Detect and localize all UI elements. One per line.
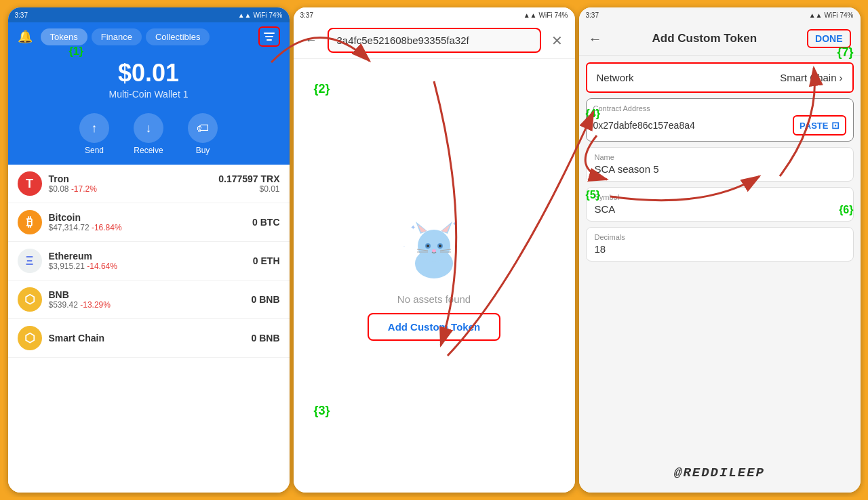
name-input[interactable] <box>595 163 845 175</box>
wallet-name: Multi-Coin Wallet 1 <box>18 89 280 100</box>
decimals-label: Decimals <box>595 233 845 241</box>
receive-button[interactable]: ↓ Receive <box>134 113 163 155</box>
no-assets-text: No assets found <box>397 293 471 305</box>
step-4-label: {4} <box>586 108 600 120</box>
step-7-label: {7} <box>837 45 853 60</box>
custom-token-header: ← Add Custom Token DONE <box>579 22 861 56</box>
no-assets-body: ✦ ✦ · No assets found Add Custom Token <box>294 59 575 493</box>
tab-finance[interactable]: Finance <box>92 28 142 45</box>
name-field[interactable]: Name <box>586 147 854 182</box>
send-button[interactable]: ↑ Send <box>79 113 109 155</box>
step-6-label: {6} <box>839 204 853 216</box>
tron-icon: T <box>18 171 42 196</box>
custom-token-body: Network Smart Chain › Contract Address P… <box>579 56 861 493</box>
status-bar-3: 3:37 ▲▲ WiFi 74% <box>579 7 861 22</box>
status-bar-2: 3:37 ▲▲ WiFi 74% <box>294 7 575 22</box>
bnb-icon: ⬡ <box>18 287 42 312</box>
svg-point-13 <box>432 249 436 252</box>
time-label: 3:37 <box>15 12 28 19</box>
step-1-label: {1} <box>69 45 83 58</box>
token-item-tron[interactable]: T Tron $0.08 -17.2% 0.177597 TRX $0.01 <box>8 165 290 203</box>
decimals-input[interactable] <box>595 243 845 255</box>
watermark: @REDDILEEP <box>579 465 861 480</box>
token-list: T Tron $0.08 -17.2% 0.177597 TRX $0.01 ₿… <box>8 165 290 493</box>
filter-button[interactable] <box>258 26 280 47</box>
network-row[interactable]: Network Smart Chain › <box>586 62 854 93</box>
symbol-field[interactable]: Symbol <box>586 187 854 222</box>
wallet-balance: $0.01 Multi-Coin Wallet 1 <box>18 52 280 104</box>
token-info-tron: Tron $0.08 -17.2% <box>49 173 219 194</box>
decimals-field[interactable]: Decimals <box>586 227 854 262</box>
wallet-actions: ↑ Send ↓ Receive 🏷 Buy <box>18 113 280 155</box>
symbol-input[interactable] <box>595 203 845 215</box>
contract-address-section: Contract Address PASTE ⊡ <box>586 98 854 142</box>
time-label-3: 3:37 <box>586 12 599 19</box>
back-button-3[interactable]: ← <box>589 31 602 47</box>
status-bar-1: 3:37 ▲▲ WiFi 74% <box>8 7 290 22</box>
cat-illustration: ✦ ✦ · <box>397 211 471 285</box>
add-custom-token-title: Add Custom Token <box>652 32 757 45</box>
svg-text:✦: ✦ <box>452 221 457 227</box>
svg-point-12 <box>439 245 441 247</box>
filter-icon <box>263 32 275 41</box>
network-label: Network <box>597 72 634 83</box>
search-input[interactable] <box>328 28 541 53</box>
paste-button[interactable]: PASTE ⊡ <box>793 115 846 136</box>
wallet-header: 🔔 Tokens Finance Collectibles $0.01 Mult… <box>8 22 290 165</box>
tron-right: 0.177597 TRX $0.01 <box>218 173 279 194</box>
step-2-label: {2} <box>314 82 330 96</box>
smartchain-icon: ⬡ <box>18 326 42 350</box>
contract-address-label: Contract Address <box>593 104 846 112</box>
time-label-2: 3:37 <box>300 12 313 19</box>
step-5-label: {5} <box>586 189 600 201</box>
buy-icon: 🏷 <box>188 113 218 143</box>
contract-address-input[interactable] <box>593 120 788 131</box>
ethereum-icon: Ξ <box>18 249 42 273</box>
wallet-tabs: 🔔 Tokens Finance Collectibles <box>18 26 280 47</box>
back-button-2[interactable]: ← <box>300 30 322 51</box>
name-label: Name <box>595 153 845 161</box>
tab-collectibles[interactable]: Collectibles <box>146 28 210 45</box>
send-icon: ↑ <box>79 113 109 143</box>
tron-name: Tron <box>49 173 219 184</box>
token-item-smartchain[interactable]: ⬡ Smart Chain 0 BNB <box>8 319 290 358</box>
token-item-bnb[interactable]: ⬡ BNB $539.42 -13.29% 0 BNB <box>8 280 290 319</box>
tab-tokens[interactable]: Tokens <box>41 28 87 45</box>
search-header: ← ✕ <box>294 22 575 59</box>
chevron-right-icon: › <box>840 72 843 83</box>
buy-button[interactable]: 🏷 Buy <box>188 113 218 155</box>
svg-text:✦: ✦ <box>410 224 416 231</box>
token-item-ethereum[interactable]: Ξ Ethereum $3,915.21 -14.64% 0 ETH <box>8 242 290 280</box>
close-button[interactable]: ✕ <box>547 30 568 51</box>
symbol-label: Symbol <box>595 193 845 201</box>
receive-icon: ↓ <box>134 113 163 143</box>
status-icons: ▲▲ WiFi 74% <box>238 12 283 19</box>
add-custom-token-button[interactable]: Add Custom Token <box>368 313 500 341</box>
svg-text:·: · <box>403 244 405 249</box>
tron-price: $0.08 -17.2% <box>49 184 219 194</box>
step-3-label: {3} <box>314 404 330 418</box>
network-value: Smart Chain › <box>780 72 842 83</box>
svg-point-11 <box>427 245 429 247</box>
svg-point-4 <box>418 230 450 262</box>
bell-icon[interactable]: 🔔 <box>18 29 33 44</box>
balance-amount: $0.01 <box>18 59 280 87</box>
token-item-bitcoin[interactable]: ₿ Bitcoin $47,314.72 -16.84% 0 BTC <box>8 203 290 242</box>
token-info-bitcoin: Bitcoin $47,314.72 -16.84% <box>49 212 253 232</box>
bitcoin-icon: ₿ <box>18 210 42 234</box>
scan-icon: ⊡ <box>831 120 840 131</box>
